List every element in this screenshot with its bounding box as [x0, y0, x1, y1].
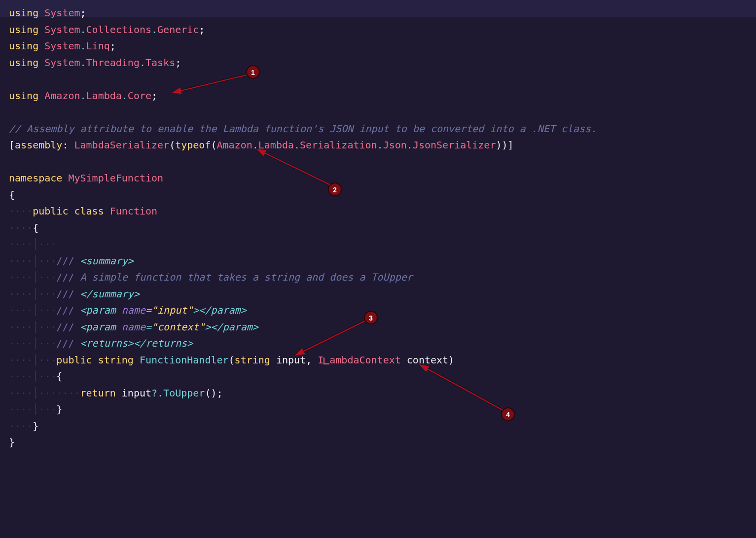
code-line: ····│···/// <param name="context"></para…	[9, 319, 747, 336]
code-line: ····│···/// A simple function that takes…	[9, 269, 747, 286]
code-line: }	[9, 434, 747, 451]
code-line: ····public class Function	[9, 203, 747, 220]
code-line: ····│·······return input?.ToUpper();	[9, 385, 747, 402]
code-line: ····│···}	[9, 401, 747, 418]
code-line: {	[9, 187, 747, 204]
code-line	[9, 71, 747, 88]
code-line: using System.Linq;	[9, 38, 747, 55]
code-line: ····│···/// <param name="input"></param>	[9, 302, 747, 319]
error-squiggle-icon	[324, 358, 329, 364]
code-line: ····│···	[9, 236, 747, 253]
code-line: ····}	[9, 418, 747, 435]
code-line: ····│···/// <returns></returns>	[9, 335, 747, 352]
code-line: ····│···/// <summary>	[9, 253, 747, 270]
code-line: ····│···/// </summary>	[9, 286, 747, 303]
code-line: namespace MySimpleFunction	[9, 170, 747, 187]
code-line: ····{	[9, 220, 747, 237]
code-line: using System.Threading.Tasks;	[9, 55, 747, 72]
code-line: using System.Collections.Generic;	[9, 22, 747, 38]
code-line: [assembly: LambdaSerializer(typeof(Amazo…	[9, 137, 747, 154]
code-line: ····│···public string FunctionHandler(st…	[9, 352, 747, 369]
code-line	[9, 104, 747, 121]
code-editor: using System;using System.Collections.Ge…	[9, 5, 747, 451]
code-line: ····│···{	[9, 368, 747, 385]
code-line: using Amazon.Lambda.Core;	[9, 88, 747, 105]
code-line: // Assembly attribute to enable the Lamb…	[9, 121, 747, 138]
code-line: using System;	[9, 5, 747, 22]
code-line	[9, 154, 747, 171]
